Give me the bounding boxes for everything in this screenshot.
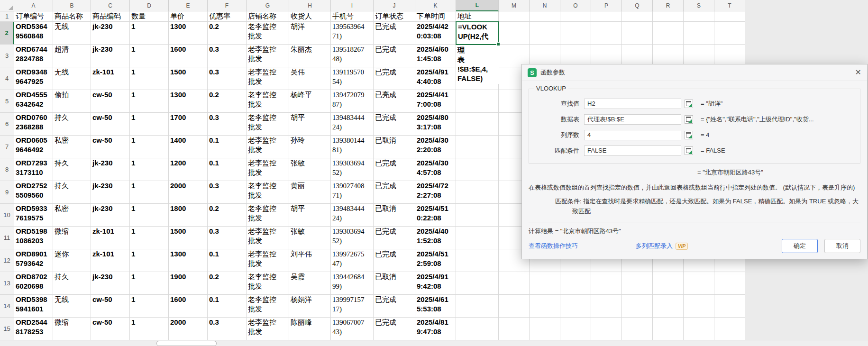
cell-F6[interactable]: 0.3	[208, 113, 247, 136]
cell-T2[interactable]	[714, 22, 745, 45]
cell-E13[interactable]: 1900	[169, 272, 208, 295]
cell-C4[interactable]: zk-101	[91, 67, 130, 90]
cell-B5[interactable]: 偷拍	[53, 90, 91, 113]
cell-A10[interactable]: ORD59337619575	[14, 204, 53, 227]
cell-J15[interactable]: 已完成	[374, 318, 415, 340]
cell-D3[interactable]: 1	[130, 45, 169, 67]
cell-D13[interactable]: 1	[130, 272, 169, 295]
range-picker-icon[interactable]	[685, 115, 693, 124]
cell-S15[interactable]	[684, 318, 714, 340]
cell-I2[interactable]: 13956396471)	[331, 22, 374, 45]
range-picker-icon[interactable]	[685, 100, 693, 108]
row-header-11[interactable]: 11	[0, 227, 14, 249]
cell-J14[interactable]: 已完成	[374, 295, 415, 318]
column-header-I[interactable]: I	[331, 0, 374, 11]
cell-H12[interactable]: 刘平伟	[289, 249, 331, 272]
cell-L10[interactable]	[456, 204, 499, 227]
cell-K8[interactable]: 2025/4/304:57:08	[415, 158, 456, 181]
column-header-M[interactable]: M	[499, 0, 530, 11]
cell-T13[interactable]	[714, 272, 745, 295]
cell-A7[interactable]: ORD06059646492	[14, 136, 53, 158]
cell-H13[interactable]: 吴霞	[289, 272, 331, 295]
cell-P15[interactable]	[591, 318, 622, 340]
cell-H11[interactable]: 张敏	[289, 227, 331, 249]
cell-R15[interactable]	[653, 318, 684, 340]
cell-E5[interactable]: 1300	[169, 90, 208, 113]
cell-K3[interactable]: 2025/4/601:45:08	[415, 45, 456, 67]
cell-K14[interactable]: 2025/4/615:53:08	[415, 295, 456, 318]
cell-A2[interactable]: ORD53649560848	[14, 22, 53, 45]
cell-R13[interactable]	[653, 272, 684, 295]
row-header-7[interactable]: 7	[0, 136, 14, 158]
cell-J6[interactable]: 已完成	[374, 113, 415, 136]
cell-B15[interactable]: 微缩	[53, 318, 91, 340]
cell-J13[interactable]: 已取消	[374, 272, 415, 295]
cell-R1[interactable]	[653, 11, 684, 22]
cell-N15[interactable]	[530, 318, 560, 340]
cell-L5[interactable]	[456, 90, 499, 113]
column-header-Q[interactable]: Q	[622, 0, 653, 11]
row-header-1[interactable]: 1	[0, 11, 14, 22]
cell-A15[interactable]: ORD25448178253	[14, 318, 53, 340]
cell-C9[interactable]: jk-230	[91, 181, 130, 204]
cell-E12[interactable]: 1300	[169, 249, 208, 272]
cell-D14[interactable]: 1	[130, 295, 169, 318]
cell-I4[interactable]: 13911957054)	[331, 67, 374, 90]
cell-D11[interactable]: 1	[130, 227, 169, 249]
column-header-K[interactable]: K	[415, 0, 456, 11]
cell-J12[interactable]: 已完成	[374, 249, 415, 272]
cell-J5[interactable]: 已亮成	[374, 90, 415, 113]
cell-H4[interactable]: 吴伟	[289, 67, 331, 90]
cell-C6[interactable]: cw-50	[91, 113, 130, 136]
cell-M14[interactable]	[499, 295, 530, 318]
cell-D10[interactable]: 1	[130, 204, 169, 227]
cell-E3[interactable]: 1600	[169, 45, 208, 67]
cell-R14[interactable]	[653, 295, 684, 318]
cell-N2[interactable]	[530, 22, 560, 45]
cell-L8[interactable]	[456, 158, 499, 181]
cell-P2[interactable]	[591, 22, 622, 45]
cell-G5[interactable]: 老李监控批发	[247, 90, 289, 113]
cell-G9[interactable]: 老李监控批发	[247, 181, 289, 204]
cell-O2[interactable]	[560, 22, 591, 45]
cell-K5[interactable]: 2025/4/417:00:08	[415, 90, 456, 113]
cell-J1[interactable]: 订单状态	[374, 11, 415, 22]
cell-L14[interactable]	[456, 295, 499, 318]
cell-I10[interactable]: 13948344424)	[331, 204, 374, 227]
horizontal-scrollbar[interactable]	[0, 340, 868, 346]
cell-S14[interactable]	[684, 295, 714, 318]
ok-button[interactable]: 确定	[782, 239, 818, 253]
multi-column-match-link[interactable]: 多列匹配录入	[636, 242, 673, 250]
cell-A1[interactable]: 订单编号	[14, 11, 53, 22]
cell-D12[interactable]: 1	[130, 249, 169, 272]
cell-K13[interactable]: 2025/4/919:42:08	[415, 272, 456, 295]
cell-K10[interactable]: 2025/4/510:22:08	[415, 204, 456, 227]
cell-A11[interactable]: ORD51981086203	[14, 227, 53, 249]
cell-N1[interactable]	[530, 11, 560, 22]
row-header-6[interactable]: 6	[0, 113, 14, 136]
range-picker-icon[interactable]	[685, 146, 693, 155]
cell-I8[interactable]: 13930369452)	[331, 158, 374, 181]
cell-C11[interactable]: zk-101	[91, 227, 130, 249]
cell-O13[interactable]	[560, 272, 591, 295]
cell-F4[interactable]: 0.3	[208, 67, 247, 90]
cell-E14[interactable]: 1600	[169, 295, 208, 318]
cell-C7[interactable]: cw-50	[91, 136, 130, 158]
column-header-D[interactable]: D	[130, 0, 169, 11]
cell-A3[interactable]: ORD67442824788	[14, 45, 53, 67]
cell-C3[interactable]: jk-230	[91, 45, 130, 67]
cell-I14[interactable]: 13999715717)	[331, 295, 374, 318]
cell-G4[interactable]: 老李监控批发	[247, 67, 289, 90]
cell-C13[interactable]: jk-230	[91, 272, 130, 295]
cell-P13[interactable]	[591, 272, 622, 295]
cell-H2[interactable]: 胡洋	[289, 22, 331, 45]
cell-J10[interactable]: 已取消	[374, 204, 415, 227]
cell-G2[interactable]: 老李监控批发	[247, 22, 289, 45]
cell-K11[interactable]: 2025/4/401:52:08	[415, 227, 456, 249]
match-type-input[interactable]	[584, 146, 681, 156]
cell-I3[interactable]: 13951826748)	[331, 45, 374, 67]
row-header-12[interactable]: 12	[0, 249, 14, 272]
column-header-P[interactable]: P	[591, 0, 622, 11]
cell-B12[interactable]: 迷你	[53, 249, 91, 272]
cell-A6[interactable]: ORD07602368288	[14, 113, 53, 136]
